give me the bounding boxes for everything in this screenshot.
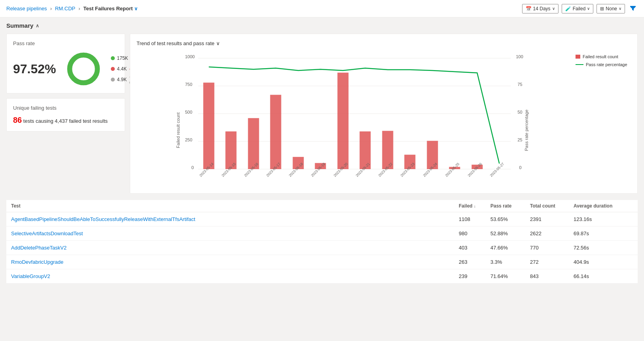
svg-rect-25	[270, 95, 281, 169]
failed-count-rect	[576, 55, 580, 59]
group-filter-button[interactable]: ⊞ None ∨	[597, 4, 625, 13]
svg-rect-24	[248, 118, 259, 169]
svg-text:25: 25	[518, 137, 522, 142]
svg-text:0: 0	[519, 165, 522, 170]
test-total: 2622	[530, 231, 574, 236]
svg-rect-28	[338, 72, 349, 169]
test-failed: 239	[459, 273, 490, 279]
not-executed-dot	[111, 78, 115, 82]
col-failed: Failed ↓	[459, 203, 490, 209]
test-failed: 1108	[459, 216, 490, 222]
summary-chevron-icon: ∧	[36, 23, 39, 29]
table-row[interactable]: AgentBasedPipelineShouldBeAbleToSuccessf…	[6, 212, 638, 227]
table-header: Test Failed ↓ Pass rate Total count Aver…	[6, 200, 638, 212]
trend-title[interactable]: Trend of test results and pass rate ∨	[137, 40, 631, 46]
trend-card: Trend of test results and pass rate ∨ 10…	[130, 34, 638, 194]
test-total: 843	[530, 273, 574, 279]
svg-text:2023-05-27: 2023-05-27	[489, 162, 505, 178]
svg-text:1000: 1000	[185, 54, 195, 59]
unique-tests-title: Unique failing tests	[13, 105, 118, 111]
pass-rate-content: 97.52%	[13, 51, 118, 87]
table-row[interactable]: SelectiveArtifactsDownloadTest 980 52.88…	[6, 227, 638, 241]
test-failed: 980	[459, 231, 490, 236]
days-chevron-icon: ∨	[552, 6, 555, 11]
group-chevron-icon: ∨	[619, 6, 621, 11]
trend-chart-area: 1000 750 500 250 0 100 75 50 25 0 Failed…	[137, 51, 631, 187]
svg-text:75: 75	[518, 82, 522, 87]
left-panels: Pass rate 97.52%	[6, 34, 125, 194]
breadcrumb-current: Test Failures Report ∨	[84, 6, 138, 11]
test-name: RmoDevfabricUpgrade	[11, 259, 459, 265]
unique-tests-content: 86 tests causing 4,437 failed test resul…	[13, 116, 118, 125]
unique-tests-count: 86	[13, 116, 22, 124]
breadcrumb-sep-2: ›	[78, 6, 80, 11]
pass-rate-title: Pass rate	[13, 40, 118, 46]
pass-rate-percentage: 97.52%	[13, 62, 56, 76]
col-duration: Average duration	[574, 203, 633, 209]
test-table: Test Failed ↓ Pass rate Total count Aver…	[6, 200, 638, 284]
trend-chevron-icon: ∨	[216, 40, 220, 46]
svg-text:750: 750	[185, 82, 192, 87]
sort-icon: ↓	[474, 204, 476, 208]
days-filter-button[interactable]: 📅 14 Days ∨	[522, 4, 559, 13]
svg-text:2023-05-26: 2023-05-26	[467, 162, 483, 178]
donut-chart	[66, 51, 101, 87]
col-total: Total count	[530, 203, 574, 209]
test-passrate: 47.66%	[490, 245, 530, 251]
breadcrumb: Release pipelines › RM.CDP › Test Failur…	[6, 6, 138, 11]
unique-tests-card: Unique failing tests 86 tests causing 4,…	[6, 98, 125, 131]
svg-text:50: 50	[518, 110, 522, 114]
table-row[interactable]: AddDeletePhaseTaskV2 403 47.66% 770 72.5…	[6, 241, 638, 255]
test-name: VariableGroupV2	[11, 273, 459, 279]
filter-beaker-icon: 🧪	[565, 6, 571, 11]
test-passrate: 53.65%	[490, 216, 530, 222]
svg-text:250: 250	[185, 137, 192, 142]
failed-dot	[111, 67, 115, 71]
breadcrumb-sep-1: ›	[50, 6, 52, 11]
legend-failed-count: Failed result count	[576, 54, 631, 59]
pass-rate-line	[576, 64, 583, 65]
test-failed: 263	[459, 259, 490, 265]
test-total: 2391	[530, 216, 574, 222]
svg-rect-22	[203, 83, 215, 169]
breadcrumb-chevron[interactable]: ∨	[134, 6, 138, 11]
breadcrumb-item-1[interactable]: Release pipelines	[6, 6, 47, 11]
table-row[interactable]: VariableGroupV2 239 71.64% 843 66.14s	[6, 269, 638, 284]
test-name: AddDeletePhaseTaskV2	[11, 245, 459, 251]
test-duration: 404.9s	[574, 259, 633, 265]
test-name: SelectiveArtifactsDownloadTest	[11, 231, 459, 236]
chart-legend: Failed result count Pass rate percentage	[576, 51, 631, 187]
status-filter-button[interactable]: 🧪 Failed ∨	[562, 4, 594, 13]
breadcrumb-item-2[interactable]: RM.CDP	[55, 6, 75, 11]
col-passrate: Pass rate	[490, 203, 530, 209]
status-chevron-icon: ∨	[587, 6, 590, 11]
svg-point-4	[74, 59, 93, 79]
pass-rate-card: Pass rate 97.52%	[6, 34, 125, 93]
test-failed: 403	[459, 245, 490, 251]
test-total: 770	[530, 245, 574, 251]
svg-text:0: 0	[192, 165, 194, 170]
svg-text:100: 100	[516, 54, 523, 59]
group-icon: ⊞	[600, 6, 604, 11]
col-test: Test	[11, 203, 459, 209]
test-passrate: 71.64%	[490, 273, 530, 279]
test-duration: 66.14s	[574, 273, 633, 279]
test-duration: 72.56s	[574, 245, 633, 251]
legend-pass-rate-line: Pass rate percentage	[576, 62, 631, 67]
summary-panels: Pass rate 97.52%	[6, 34, 638, 194]
test-duration: 69.87s	[574, 231, 633, 236]
test-duration: 123.16s	[574, 216, 633, 222]
filter-button[interactable]	[628, 3, 638, 14]
table-row[interactable]: RmoDevfabricUpgrade 263 3.3% 272 404.9s	[6, 255, 638, 269]
svg-text:2023-05-25: 2023-05-25	[445, 162, 460, 178]
test-total: 272	[530, 259, 574, 265]
main-content: Summary ∧ Pass rate 97.52%	[0, 17, 644, 288]
passed-dot	[111, 56, 115, 60]
test-passrate: 3.3%	[490, 259, 530, 265]
calendar-icon: 📅	[526, 6, 532, 11]
toolbar: 📅 14 Days ∨ 🧪 Failed ∨ ⊞ None ∨	[522, 3, 638, 14]
svg-text:Failed result count: Failed result count	[176, 112, 180, 148]
test-passrate: 52.88%	[490, 231, 530, 236]
svg-text:500: 500	[185, 110, 192, 114]
summary-header[interactable]: Summary ∧	[6, 22, 638, 29]
